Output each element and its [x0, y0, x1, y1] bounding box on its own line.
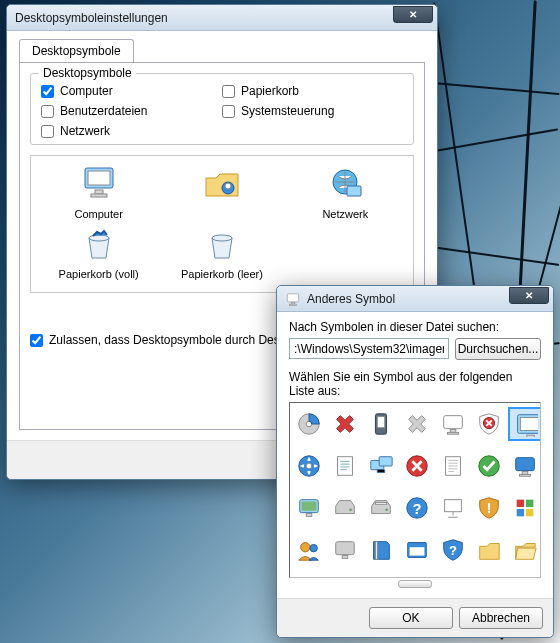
- users-icon[interactable]: [294, 535, 324, 565]
- drive-icon[interactable]: [330, 493, 360, 523]
- folder-open-icon[interactable]: [510, 535, 540, 565]
- disc-icon[interactable]: [294, 409, 324, 439]
- shield-warn-icon[interactable]: [474, 493, 504, 523]
- checkbox-computer[interactable]: Computer: [41, 84, 222, 98]
- recycle-bin-full-icon: [79, 224, 119, 264]
- disc-blue-icon[interactable]: [294, 451, 324, 481]
- ok-button[interactable]: OK: [369, 607, 453, 629]
- drive-open-icon[interactable]: [366, 493, 396, 523]
- recycle-bin-empty-icon: [202, 224, 242, 264]
- monitor-white-icon[interactable]: [438, 409, 468, 439]
- error-red-icon[interactable]: [402, 451, 432, 481]
- icon-item-bin-empty[interactable]: Papierkorb (leer): [162, 224, 282, 280]
- choose-label: Wählen Sie ein Symbol aus der folgenden …: [289, 370, 541, 398]
- group-label: Desktopsymbole: [39, 66, 136, 80]
- icon-item-bin-full[interactable]: Papierkorb (voll): [39, 224, 159, 280]
- icon-item-userfiles[interactable]: [162, 164, 282, 220]
- icon-list[interactable]: [289, 402, 541, 578]
- horizontal-scrollbar[interactable]: [289, 578, 541, 588]
- document-icon[interactable]: [330, 451, 360, 481]
- close-button[interactable]: ✕: [509, 287, 549, 304]
- computer-icon[interactable]: [510, 409, 540, 439]
- monitor-gray-icon[interactable]: [330, 535, 360, 565]
- network-icon: [325, 164, 365, 204]
- close-button[interactable]: ✕: [393, 6, 433, 23]
- monitor-blank-icon[interactable]: [510, 451, 540, 481]
- shield-red-x-icon[interactable]: [474, 409, 504, 439]
- cancel-button[interactable]: Abbrechen: [459, 607, 543, 629]
- icon-item-computer[interactable]: Computer: [39, 164, 159, 220]
- window-icon[interactable]: [402, 535, 432, 565]
- help-blue-icon[interactable]: [402, 493, 432, 523]
- book-blue-icon[interactable]: [366, 535, 396, 565]
- icon-item-network[interactable]: Netzwerk: [285, 164, 405, 220]
- browse-button[interactable]: Durchsuchen...: [455, 338, 541, 360]
- titlebar[interactable]: Anderes Symbol ✕: [277, 286, 553, 312]
- checkbox-controlpanel[interactable]: Systemsteuerung: [222, 104, 403, 118]
- desktop-icons-group: Desktopsymbole Computer Benutzerdateien …: [30, 73, 414, 145]
- x-red-icon[interactable]: [330, 409, 360, 439]
- page-icon[interactable]: [438, 451, 468, 481]
- checkbox-network[interactable]: Netzwerk: [41, 124, 222, 138]
- window-icon: [285, 291, 301, 307]
- monitor-desktop-icon[interactable]: [294, 493, 324, 523]
- x-gray-icon[interactable]: [402, 409, 432, 439]
- user-folder-icon: [202, 164, 242, 204]
- window-title: Desktopsymboleinstellungen: [15, 11, 393, 25]
- tab-desktop-icons[interactable]: Desktopsymbole: [19, 39, 134, 63]
- checkbox-recyclebin[interactable]: Papierkorb: [222, 84, 403, 98]
- folder-icon[interactable]: [474, 535, 504, 565]
- board-icon[interactable]: [438, 493, 468, 523]
- check-green-icon[interactable]: [474, 451, 504, 481]
- window-title: Anderes Symbol: [307, 292, 509, 306]
- computer-dual-icon[interactable]: [366, 451, 396, 481]
- checkbox-userfiles[interactable]: Benutzerdateien: [41, 104, 222, 118]
- icon-preview-list: Computer Netzwerk Papierkorb (voll): [30, 155, 414, 293]
- search-label: Nach Symbolen in dieser Datei suchen:: [289, 320, 541, 334]
- path-input[interactable]: [289, 338, 449, 359]
- titlebar[interactable]: Desktopsymboleinstellungen ✕: [7, 5, 437, 31]
- pda-icon[interactable]: [366, 409, 396, 439]
- change-icon-window: Anderes Symbol ✕ Nach Symbolen in dieser…: [276, 285, 554, 638]
- computer-icon: [79, 164, 119, 204]
- shield-help-icon[interactable]: [438, 535, 468, 565]
- color-blocks-icon[interactable]: [510, 493, 540, 523]
